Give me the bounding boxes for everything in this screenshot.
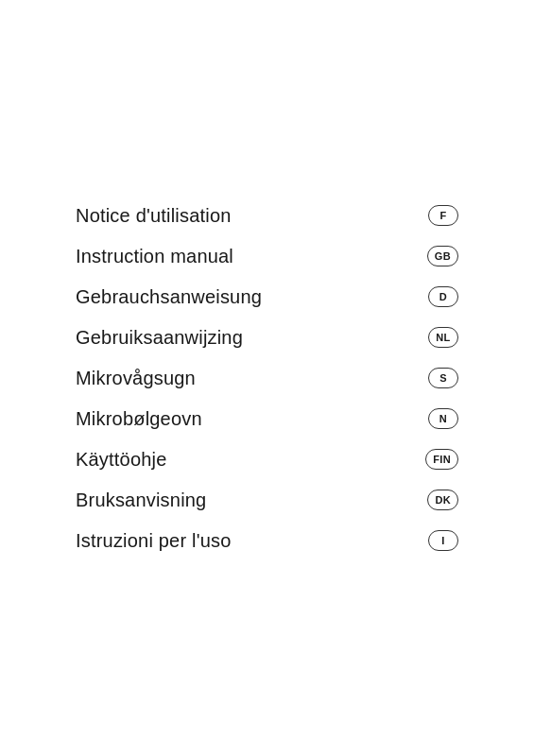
list-item: KäyttöohjeFIN xyxy=(76,439,458,480)
manual-label: Mikrovågsugn xyxy=(76,368,196,389)
list-item: Instruction manualGB xyxy=(76,236,458,277)
lang-badge: FIN xyxy=(425,449,458,470)
list-item: BruksanvisningDK xyxy=(76,480,458,521)
main-container: Notice d'utilisationFInstruction manualG… xyxy=(0,0,534,756)
manual-label: Bruksanvisning xyxy=(76,490,206,511)
list-item: Istruzioni per l'usoI xyxy=(76,521,458,561)
list-item: MikrobølgeovnN xyxy=(76,399,458,439)
list-item: GebrauchsanweisungD xyxy=(76,277,458,318)
lang-badge: S xyxy=(428,368,458,388)
list-item: MikrovågsugnS xyxy=(76,358,458,399)
list-item: Notice d'utilisationF xyxy=(76,196,458,236)
manual-label: Instruction manual xyxy=(76,246,233,267)
manual-label: Istruzioni per l'uso xyxy=(76,530,232,552)
lang-badge: NL xyxy=(428,327,458,348)
lang-badge: N xyxy=(428,408,458,429)
lang-badge: I xyxy=(428,530,458,551)
manual-label: Gebrauchsanweisung xyxy=(76,286,262,308)
lang-badge: DK xyxy=(427,490,458,510)
manual-label: Käyttöohje xyxy=(76,449,167,471)
lang-badge: GB xyxy=(427,246,458,266)
lang-badge: F xyxy=(428,205,458,226)
manual-label: Notice d'utilisation xyxy=(76,205,232,227)
list-item: GebruiksaanwijzingNL xyxy=(76,318,458,358)
lang-badge: D xyxy=(428,286,458,307)
manual-label: Gebruiksaanwijzing xyxy=(76,327,243,349)
manual-list: Notice d'utilisationFInstruction manualG… xyxy=(76,196,458,561)
manual-label: Mikrobølgeovn xyxy=(76,408,202,430)
